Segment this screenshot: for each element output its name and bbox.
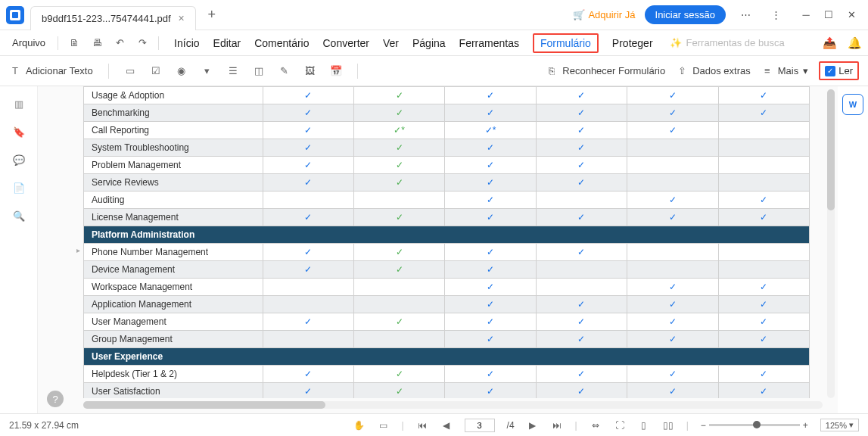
recognize-form-button[interactable]: ⎘ Reconhecer Formulário [546,65,665,77]
check-cell: ✓ [627,331,718,348]
tools-search[interactable]: ✨ Ferramentas de busca [670,37,785,48]
last-page-icon[interactable]: ⏭ [551,419,563,431]
file-menu[interactable]: Arquivo [6,37,51,48]
minimize-button[interactable]: ─ [795,5,817,26]
check-cell [627,174,718,192]
image-tool-icon[interactable]: 🖼 [304,65,316,77]
menu-converter[interactable]: Converter [323,37,369,49]
right-rail: W [838,86,868,413]
check-cell: ✓ [353,244,444,261]
zoom-dropdown[interactable]: 125% ▾ [820,419,859,431]
prev-page-icon[interactable]: ◀ [440,419,453,431]
kebab-icon[interactable]: ⋮ [765,5,786,26]
zoom-in-icon[interactable]: + [803,420,808,431]
help-button[interactable]: ? [47,391,64,407]
read-toggle[interactable]: ✓ Ler [819,61,859,80]
redo-icon[interactable]: ↷ [132,37,152,48]
check-cell: ✓ [445,174,536,192]
next-page-icon[interactable]: ▶ [527,419,539,431]
select-tool-icon[interactable]: ▭ [377,419,389,431]
two-page-icon[interactable]: ▯▯ [662,419,674,431]
check-cell: ✓ [353,313,444,331]
maximize-button[interactable]: ☐ [818,5,839,26]
check-cell: ✓ [263,122,353,139]
check-cell: ✓ [445,331,536,348]
svg-rect-2 [12,12,18,18]
signature-tool-icon[interactable]: ✎ [278,65,291,77]
hand-tool-icon[interactable]: ✋ [353,419,365,431]
attachments-icon[interactable]: 📄 [13,182,25,194]
check-cell [627,157,718,174]
check-cell: ✓ [445,366,536,383]
menu-página[interactable]: Página [412,37,446,49]
check-cell [536,192,627,209]
menu-início[interactable]: Início [174,37,199,49]
bookmarks-icon[interactable]: 🔖 [13,126,25,138]
main-menu: InícioEditarComentárioConverterVerPágina… [174,33,652,53]
zoom-slider[interactable]: − + [701,420,808,431]
add-text-button[interactable]: T Adicionar Texto [9,65,93,77]
zoom-out-icon[interactable]: − [701,420,706,431]
check-cell: ✓ [263,383,353,399]
search-panel-icon[interactable]: 🔍 [13,210,25,222]
extra-data-button[interactable]: ⇧ Dados extras [676,65,751,77]
menu-proteger[interactable]: Proteger [612,37,653,49]
menu-editar[interactable]: Editar [213,37,241,49]
row-label: User Management [84,313,263,331]
acquire-link[interactable]: 🛒 Adquirir Já [573,9,635,20]
row-label: Call Reporting [84,122,263,139]
check-cell: ✓ [263,157,353,174]
check-cell: ✓ [445,244,536,261]
text-icon: T [9,65,21,77]
expand-leftrail-handle[interactable]: ▸ [74,235,82,265]
row-label: Auditing [84,192,263,209]
bell-icon[interactable]: 🔔 [848,36,862,50]
document-viewport[interactable]: ▸ Usage & Adoption✓✓✓✓✓✓Benchmarking✓✓✓✓… [38,86,838,413]
first-page-icon[interactable]: ⏮ [416,419,428,431]
menu-ferramentas[interactable]: Ferramentas [459,37,519,49]
signin-button[interactable]: Iniciar sessão [645,5,726,24]
fit-page-icon[interactable]: ⛶ [614,419,626,431]
menu-ver[interactable]: Ver [383,37,399,49]
menu-comentário[interactable]: Comentário [254,37,309,49]
button-tool-icon[interactable]: ◫ [253,65,265,77]
horizontal-scrollbar[interactable] [83,401,823,409]
save-icon[interactable]: 🗎 [64,37,84,48]
close-window-button[interactable]: ✕ [841,5,862,26]
print-icon[interactable]: 🖶 [87,37,107,48]
undo-icon[interactable]: ↶ [110,37,129,48]
row-label: Helpdesk (Tier 1 & 2) [84,366,263,383]
comments-icon[interactable]: 💬 [13,154,25,166]
close-tab-icon[interactable]: × [179,12,185,24]
fit-width-icon[interactable]: ⇔ [590,419,602,431]
checkbox-tool-icon[interactable]: ☑ [150,65,162,77]
read-checkbox[interactable]: ✓ [825,66,835,76]
zoom-thumb[interactable] [753,421,761,428]
hscroll-thumb[interactable] [83,401,325,409]
list-tool-icon[interactable]: ☰ [227,65,239,77]
app-logo[interactable] [0,0,30,30]
radio-tool-icon[interactable]: ◉ [176,65,188,77]
row-label: License Management [84,209,263,226]
date-tool-icon[interactable]: 📅 [330,65,342,77]
check-cell: ✓ [263,87,353,104]
vertical-scrollbar[interactable] [827,89,835,398]
page-input[interactable] [465,419,495,432]
vscroll-thumb[interactable] [827,89,835,210]
menu-formulário[interactable]: Formulário [533,33,599,53]
word-export-badge[interactable]: W [842,94,863,115]
thumbnails-icon[interactable]: ▥ [14,98,23,110]
document-tab[interactable]: b9ddf151-223...75474441.pdf × [30,6,196,30]
check-cell: ✓ [445,192,536,209]
new-tab-button[interactable]: + [201,7,223,23]
textfield-icon[interactable]: ▭ [124,65,136,77]
more-button[interactable]: ≡ Mais ▾ [761,65,808,77]
check-cell: ✓ [536,104,627,122]
share-icon[interactable]: 📤 [823,36,837,50]
single-page-icon[interactable]: ▯ [638,419,650,431]
row-label: Service Reviews [84,174,263,192]
check-cell: ✓ [718,192,809,209]
dropdown-tool-icon[interactable]: ▾ [201,65,213,77]
check-cell [718,244,809,261]
menu-dots-icon[interactable]: ⋯ [735,5,756,26]
